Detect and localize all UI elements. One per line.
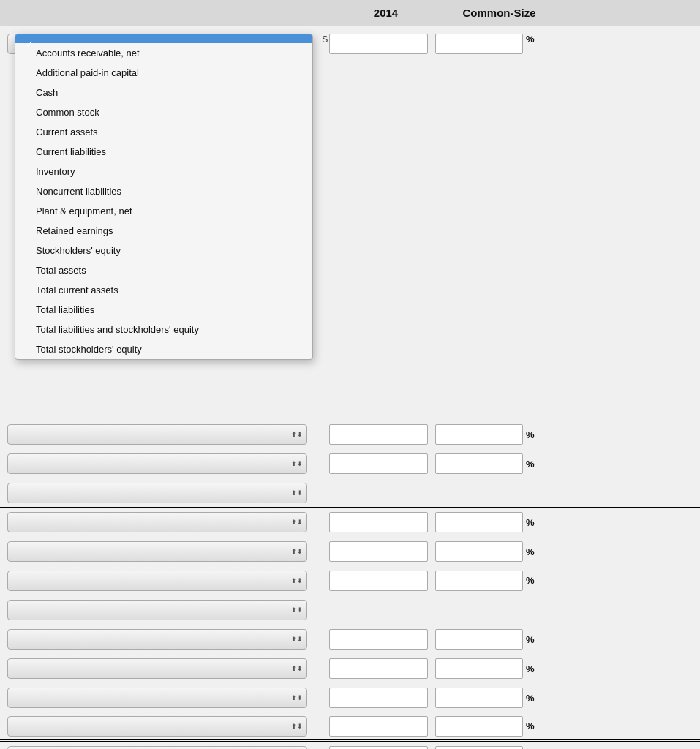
dropdown-item-total-stockholders[interactable]: Total stockholders' equity xyxy=(15,339,312,359)
select-col-11 xyxy=(7,688,315,708)
row-select-12[interactable] xyxy=(7,716,307,737)
input-field-cs-1[interactable] xyxy=(435,34,523,54)
dropdown-item-total-liab-stockholders[interactable]: Total liabilities and stockholders' equi… xyxy=(15,320,312,339)
dropdown-item-total-assets[interactable]: Total assets xyxy=(15,260,312,280)
dropdown-item-stockholders[interactable]: Stockholders' equity xyxy=(15,241,312,260)
input-2014-11[interactable] xyxy=(329,688,428,708)
row-select-5[interactable] xyxy=(7,512,307,532)
input-2014-6[interactable] xyxy=(329,541,428,562)
input-cs-9[interactable] xyxy=(435,629,523,650)
select-wrapper-8[interactable] xyxy=(7,600,307,620)
input-cs-6[interactable] xyxy=(435,541,523,562)
data-row-13: % xyxy=(0,742,700,749)
dropdown-item-blank[interactable] xyxy=(15,34,312,43)
input-cs-12[interactable] xyxy=(435,716,523,737)
input-field-2014-2[interactable] xyxy=(329,424,428,445)
input-field-2014-11[interactable] xyxy=(329,688,428,708)
row-select-6[interactable] xyxy=(7,541,307,562)
select-wrapper-7[interactable] xyxy=(7,571,307,591)
row-select-3[interactable] xyxy=(7,453,307,474)
dropdown-item-retained[interactable]: Retained earnings xyxy=(15,221,312,241)
select-wrapper-12[interactable] xyxy=(7,716,307,737)
input-field-2014-6[interactable] xyxy=(329,541,428,562)
input-2014-13[interactable] xyxy=(329,746,428,749)
dropdown-item-noncurrent[interactable]: Noncurrent liabilities xyxy=(15,181,312,201)
input-field-cs-10[interactable] xyxy=(435,658,523,679)
input-field-cs-7[interactable] xyxy=(435,571,523,591)
select-wrapper-2[interactable] xyxy=(7,424,307,445)
row-select-4[interactable] xyxy=(7,483,307,503)
input-field-cs-6[interactable] xyxy=(435,541,523,562)
input-field-cs-2[interactable] xyxy=(435,424,523,445)
input-cs-7[interactable] xyxy=(435,571,523,591)
select-wrapper-5[interactable] xyxy=(7,512,307,532)
pct-label-12: % xyxy=(526,720,538,731)
input-field-cs-5[interactable] xyxy=(435,512,523,532)
input-2014-9[interactable] xyxy=(329,629,428,650)
input-2014-2[interactable] xyxy=(329,424,428,445)
input-field-cs-13[interactable] xyxy=(435,746,523,749)
row-select-8[interactable] xyxy=(7,600,307,620)
header-2014: 2014 xyxy=(329,7,443,19)
select-wrapper-4[interactable] xyxy=(7,483,307,503)
input-field-2014-12[interactable] xyxy=(329,716,428,737)
select-wrapper-13[interactable] xyxy=(7,746,307,749)
row-select-13[interactable] xyxy=(7,746,307,749)
pct-label-10: % xyxy=(526,663,538,674)
data-row-11: % xyxy=(0,683,700,712)
dropdown-item-cash[interactable]: Cash xyxy=(15,83,312,102)
dropdown-item-total-current[interactable]: Total current assets xyxy=(15,280,312,300)
input-cs-5[interactable] xyxy=(435,512,523,532)
input-cs-10[interactable] xyxy=(435,658,523,679)
input-2014-3[interactable] xyxy=(329,453,428,474)
dropdown-item-common-stock[interactable]: Common stock xyxy=(15,102,312,122)
select-col-7 xyxy=(7,571,315,591)
input-field-2014-5[interactable] xyxy=(329,512,428,532)
input-cs-1[interactable] xyxy=(435,34,523,54)
input-2014-12[interactable] xyxy=(329,716,428,737)
input-cs-2[interactable] xyxy=(435,424,523,445)
data-row-2: % xyxy=(0,420,700,449)
input-field-cs-11[interactable] xyxy=(435,688,523,708)
dropdown-item-current-assets[interactable]: Current assets xyxy=(15,122,312,142)
input-field-2014-10[interactable] xyxy=(329,658,428,679)
select-wrapper-10[interactable] xyxy=(7,658,307,679)
input-2014-5[interactable] xyxy=(329,512,428,532)
select-wrapper-6[interactable] xyxy=(7,541,307,562)
dropdown-item-inventory[interactable]: Inventory xyxy=(15,162,312,181)
input-2014-10[interactable] xyxy=(329,658,428,679)
row-select-2[interactable] xyxy=(7,424,307,445)
input-cs-13[interactable] xyxy=(435,746,523,749)
data-row-3: % xyxy=(0,449,700,478)
input-field-2014-1[interactable] xyxy=(329,34,428,54)
input-field-cs-12[interactable] xyxy=(435,716,523,737)
input-field-cs-9[interactable] xyxy=(435,629,523,650)
row-select-7[interactable] xyxy=(7,571,307,591)
input-field-2014-3[interactable] xyxy=(329,453,428,474)
select-wrapper-3[interactable] xyxy=(7,453,307,474)
pct-label-3: % xyxy=(526,459,538,470)
select-wrapper-9[interactable] xyxy=(7,629,307,650)
dropdown-item-accounts-receivable[interactable]: Accounts receivable, net xyxy=(15,43,312,63)
input-field-2014-7[interactable] xyxy=(329,571,428,591)
input-field-cs-3[interactable] xyxy=(435,453,523,474)
input-field-2014-13[interactable] xyxy=(329,746,428,749)
dropdown-item-current-liabilities[interactable]: Current liabilities xyxy=(15,142,312,162)
data-row-9: % xyxy=(0,625,700,654)
input-2014-7[interactable] xyxy=(329,571,428,591)
dropdown-item-plant[interactable]: Plant & equipment, net xyxy=(15,201,312,221)
input-cs-11[interactable] xyxy=(435,688,523,708)
dropdown-item-total-liabilities[interactable]: Total liabilities xyxy=(15,300,312,320)
row-select-10[interactable] xyxy=(7,658,307,679)
input-cs-3[interactable] xyxy=(435,453,523,474)
pct-label-7: % xyxy=(526,575,538,586)
row-select-11[interactable] xyxy=(7,688,307,708)
select-col-6 xyxy=(7,541,315,562)
select-col-1: Accounts receivable, net Additional paid… xyxy=(7,34,315,54)
header-commonsize: Common-Size xyxy=(443,7,556,19)
dropdown-item-additional-paid[interactable]: Additional paid-in capital xyxy=(15,63,312,83)
row-select-9[interactable] xyxy=(7,629,307,650)
input-field-2014-9[interactable] xyxy=(329,629,428,650)
select-wrapper-11[interactable] xyxy=(7,688,307,708)
input-2014-1[interactable] xyxy=(329,34,428,54)
